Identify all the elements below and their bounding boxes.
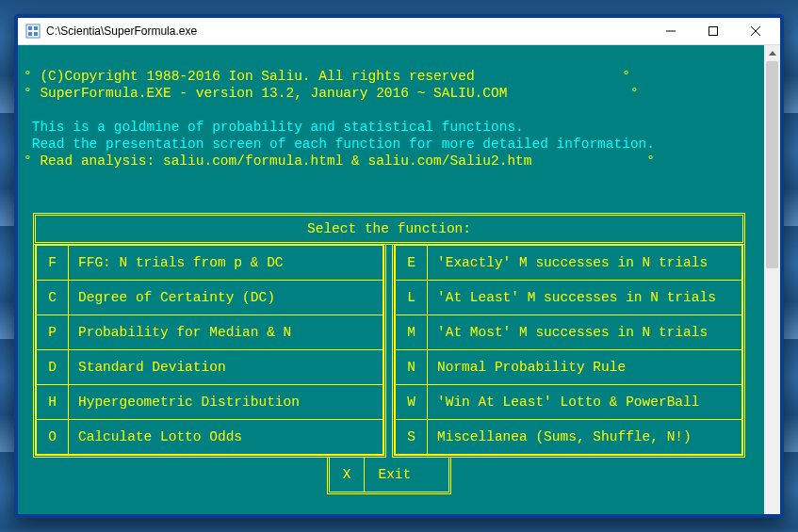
menu-item-o[interactable]: OCalculate Lotto Odds [37,420,383,455]
svg-rect-6 [708,27,717,36]
menu-item-f[interactable]: FFFG: N trials from p & DC [37,246,383,281]
svg-rect-3 [28,32,32,36]
analysis-text: Read analysis: saliu.com/formula.html & … [40,153,531,169]
scroll-up-button[interactable] [764,45,780,61]
menu-key: O [37,420,69,455]
maximize-button[interactable] [692,18,734,44]
menu: Select the function: FFFG: N trials from… [33,213,745,494]
menu-key: L [396,281,428,315]
svg-rect-2 [34,26,38,30]
menu-label: 'Win At Least' Lotto & PowerBall [428,385,742,420]
degree-mark: ° [630,86,639,101]
menu-left-column: FFFG: N trials from p & DC CDegree of Ce… [33,245,386,458]
menu-label: Degree of Certainty (DC) [69,281,383,315]
menu-key: M [396,315,428,350]
menu-item-l[interactable]: L'At Least' M successes in N trials [396,281,742,315]
menu-key: X [330,458,366,492]
menu-label: Hypergeometric Distribution [69,385,383,420]
vertical-scrollbar[interactable] [764,45,780,518]
menu-label: 'At Most' M successes in N trials [428,315,742,350]
menu-label: Standard Deviation [69,350,383,385]
menu-key: W [396,385,428,420]
menu-key: S [396,420,428,455]
menu-label: Miscellanea (Sums, Shuffle, N!) [428,420,742,455]
menu-label: Exit [365,458,448,492]
console-content: ° (C)Copyright 1988-2016 Ion Saliu. All … [18,45,764,518]
version-text: SuperFormula.EXE - version 13.2, January… [40,86,507,101]
scrollbar-thumb[interactable] [766,61,778,268]
menu-label: 'Exactly' M successes in N trials [428,246,742,281]
menu-item-d[interactable]: DStandard Deviation [37,350,383,385]
header-block: ° (C)Copyright 1988-2016 Ion Saliu. All … [24,68,755,169]
minimize-button[interactable] [649,18,692,44]
menu-item-h[interactable]: HHypergeometric Distribution [37,385,383,420]
menu-key: F [37,246,69,281]
menu-item-s[interactable]: SMiscellanea (Sums, Shuffle, N!) [396,420,742,455]
menu-key: N [396,350,428,385]
menu-item-e[interactable]: E'Exactly' M successes in N trials [396,246,742,281]
menu-key: C [37,281,69,315]
menu-item-m[interactable]: M'At Most' M successes in N trials [396,315,742,350]
menu-label: 'At Least' M successes in N trials [428,281,742,315]
close-button[interactable] [734,18,776,44]
menu-item-w[interactable]: W'Win At Least' Lotto & PowerBall [396,385,742,420]
menu-label: Probability for Median & N [69,315,383,350]
intro-line-1: This is a goldmine of probability and st… [32,120,524,135]
degree-mark: ° [646,153,655,169]
menu-item-n[interactable]: NNormal Probability Rule [396,350,742,385]
degree-mark: ° [24,153,32,169]
menu-key: D [37,350,69,385]
menu-label: Calculate Lotto Odds [69,420,383,455]
menu-right-column: E'Exactly' M successes in N trials L'At … [392,245,745,458]
intro-line-2: Read the presentation screen of each fun… [32,137,655,152]
app-window: C:\Scientia\SuperFormula.exe ° (C)Copyri… [14,14,784,518]
titlebar[interactable]: C:\Scientia\SuperFormula.exe [18,18,780,45]
window-controls [649,18,776,44]
menu-item-exit[interactable]: X Exit [327,458,452,494]
svg-rect-1 [28,26,32,30]
menu-title: Select the function: [33,213,745,245]
copyright-text: (C)Copyright 1988-2016 Ion Saliu. All ri… [40,69,474,84]
console-area: ° (C)Copyright 1988-2016 Ion Saliu. All … [18,45,780,518]
window-title: C:\Scientia\SuperFormula.exe [46,24,649,38]
menu-key: E [396,246,428,281]
degree-mark: ° [622,69,630,84]
scrollbar-track[interactable] [764,61,780,518]
degree-mark: ° [24,86,32,101]
menu-item-p[interactable]: PProbability for Median & N [37,315,383,350]
menu-key: H [37,385,69,420]
menu-label: FFG: N trials from p & DC [69,246,383,281]
svg-rect-4 [34,32,38,36]
menu-item-c[interactable]: CDegree of Certainty (DC) [37,281,383,315]
svg-marker-9 [769,51,776,56]
degree-mark: ° [24,69,32,84]
menu-key: P [37,315,69,350]
menu-label: Normal Probability Rule [428,350,742,385]
app-icon [25,24,41,39]
